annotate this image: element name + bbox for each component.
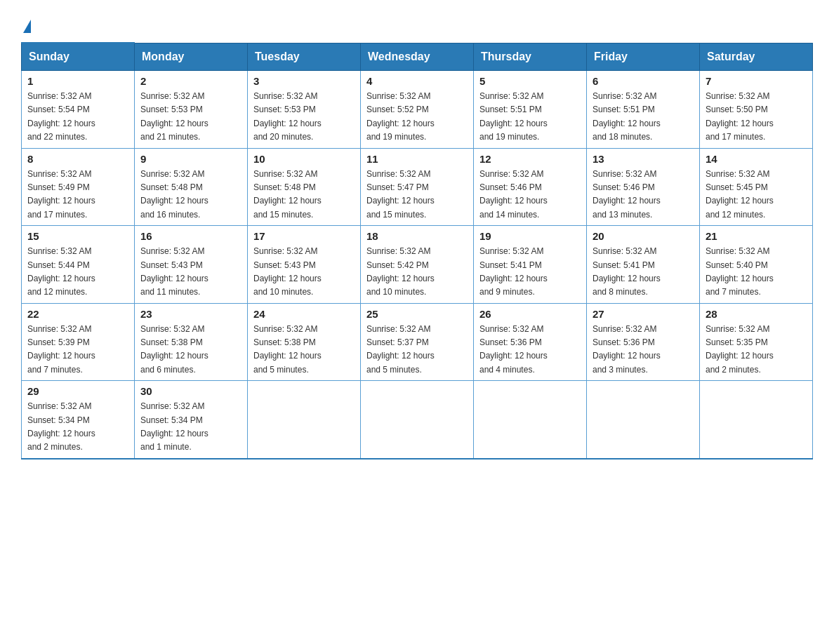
day-info: Sunrise: 5:32 AMSunset: 5:51 PMDaylight:… (593, 91, 661, 142)
day-number: 13 (593, 153, 694, 165)
day-number: 25 (366, 308, 468, 320)
day-info: Sunrise: 5:32 AMSunset: 5:38 PMDaylight:… (253, 324, 322, 375)
day-info: Sunrise: 5:32 AMSunset: 5:48 PMDaylight:… (253, 169, 322, 220)
calendar-day-cell: 23 Sunrise: 5:32 AMSunset: 5:38 PMDaylig… (135, 303, 248, 381)
day-number: 17 (253, 230, 355, 242)
calendar-week-row: 8 Sunrise: 5:32 AMSunset: 5:49 PMDayligh… (22, 148, 813, 226)
day-number: 11 (366, 153, 468, 165)
day-number: 8 (27, 153, 128, 165)
day-number: 14 (706, 153, 807, 165)
calendar-day-cell: 28 Sunrise: 5:32 AMSunset: 5:35 PMDaylig… (700, 303, 813, 381)
calendar-day-cell (361, 381, 474, 459)
day-info: Sunrise: 5:32 AMSunset: 5:37 PMDaylight:… (366, 324, 435, 375)
calendar-day-cell: 26 Sunrise: 5:32 AMSunset: 5:36 PMDaylig… (474, 303, 587, 381)
day-number: 30 (140, 385, 241, 397)
day-number: 15 (27, 230, 128, 242)
day-number: 21 (706, 230, 807, 242)
day-number: 26 (479, 308, 581, 320)
calendar-week-row: 22 Sunrise: 5:32 AMSunset: 5:39 PMDaylig… (22, 303, 813, 381)
day-info: Sunrise: 5:32 AMSunset: 5:53 PMDaylight:… (140, 91, 208, 142)
day-of-week-header: Saturday (700, 43, 813, 71)
calendar-day-cell: 7 Sunrise: 5:32 AMSunset: 5:50 PMDayligh… (700, 71, 813, 149)
logo-triangle-icon (23, 20, 31, 33)
calendar-day-cell: 1 Sunrise: 5:32 AMSunset: 5:54 PMDayligh… (22, 71, 135, 149)
calendar-day-cell (700, 381, 813, 459)
day-number: 16 (140, 230, 241, 242)
day-number: 29 (27, 385, 128, 397)
day-info: Sunrise: 5:32 AMSunset: 5:43 PMDaylight:… (140, 246, 208, 297)
calendar-day-cell: 8 Sunrise: 5:32 AMSunset: 5:49 PMDayligh… (22, 148, 135, 226)
calendar-day-cell: 11 Sunrise: 5:32 AMSunset: 5:47 PMDaylig… (361, 148, 474, 226)
day-number: 28 (706, 308, 807, 320)
calendar-day-cell: 5 Sunrise: 5:32 AMSunset: 5:51 PMDayligh… (474, 71, 587, 149)
day-info: Sunrise: 5:32 AMSunset: 5:38 PMDaylight:… (140, 324, 208, 375)
day-number: 22 (27, 308, 128, 320)
calendar-day-cell: 4 Sunrise: 5:32 AMSunset: 5:52 PMDayligh… (361, 71, 474, 149)
calendar-day-cell: 29 Sunrise: 5:32 AMSunset: 5:34 PMDaylig… (22, 381, 135, 459)
calendar-day-cell (587, 381, 700, 459)
day-of-week-header: Friday (587, 43, 700, 71)
day-number: 24 (253, 308, 355, 320)
calendar-day-cell: 14 Sunrise: 5:32 AMSunset: 5:45 PMDaylig… (700, 148, 813, 226)
calendar-day-cell (474, 381, 587, 459)
calendar-day-cell: 20 Sunrise: 5:32 AMSunset: 5:41 PMDaylig… (587, 226, 700, 304)
day-number: 10 (253, 153, 355, 165)
calendar-day-cell: 17 Sunrise: 5:32 AMSunset: 5:43 PMDaylig… (248, 226, 361, 304)
calendar-day-cell: 10 Sunrise: 5:32 AMSunset: 5:48 PMDaylig… (248, 148, 361, 226)
day-of-week-header: Wednesday (361, 43, 474, 71)
day-info: Sunrise: 5:32 AMSunset: 5:41 PMDaylight:… (479, 246, 548, 297)
logo (21, 14, 31, 35)
calendar-day-cell: 30 Sunrise: 5:32 AMSunset: 5:34 PMDaylig… (135, 381, 248, 459)
day-info: Sunrise: 5:32 AMSunset: 5:46 PMDaylight:… (479, 169, 548, 220)
day-number: 9 (140, 153, 241, 165)
day-of-week-header: Monday (135, 43, 248, 71)
day-of-week-header: Sunday (22, 43, 135, 71)
day-info: Sunrise: 5:32 AMSunset: 5:34 PMDaylight:… (27, 401, 95, 452)
day-number: 18 (366, 230, 468, 242)
day-info: Sunrise: 5:32 AMSunset: 5:46 PMDaylight:… (593, 169, 661, 220)
day-info: Sunrise: 5:32 AMSunset: 5:50 PMDaylight:… (706, 91, 774, 142)
day-number: 4 (366, 75, 468, 87)
day-info: Sunrise: 5:32 AMSunset: 5:45 PMDaylight:… (706, 169, 774, 220)
day-info: Sunrise: 5:32 AMSunset: 5:41 PMDaylight:… (593, 246, 661, 297)
calendar-day-cell: 3 Sunrise: 5:32 AMSunset: 5:53 PMDayligh… (248, 71, 361, 149)
day-number: 3 (253, 75, 355, 87)
day-number: 1 (27, 75, 128, 87)
day-number: 19 (479, 230, 581, 242)
calendar-day-cell: 25 Sunrise: 5:32 AMSunset: 5:37 PMDaylig… (361, 303, 474, 381)
calendar-day-cell: 27 Sunrise: 5:32 AMSunset: 5:36 PMDaylig… (587, 303, 700, 381)
calendar-day-cell: 15 Sunrise: 5:32 AMSunset: 5:44 PMDaylig… (22, 226, 135, 304)
day-info: Sunrise: 5:32 AMSunset: 5:35 PMDaylight:… (706, 324, 774, 375)
day-info: Sunrise: 5:32 AMSunset: 5:42 PMDaylight:… (366, 246, 435, 297)
day-info: Sunrise: 5:32 AMSunset: 5:39 PMDaylight:… (27, 324, 95, 375)
calendar-day-cell: 2 Sunrise: 5:32 AMSunset: 5:53 PMDayligh… (135, 71, 248, 149)
calendar-day-cell: 12 Sunrise: 5:32 AMSunset: 5:46 PMDaylig… (474, 148, 587, 226)
day-number: 23 (140, 308, 241, 320)
day-number: 2 (140, 75, 241, 87)
calendar-day-cell: 19 Sunrise: 5:32 AMSunset: 5:41 PMDaylig… (474, 226, 587, 304)
calendar-week-row: 15 Sunrise: 5:32 AMSunset: 5:44 PMDaylig… (22, 226, 813, 304)
day-info: Sunrise: 5:32 AMSunset: 5:36 PMDaylight:… (479, 324, 548, 375)
day-info: Sunrise: 5:32 AMSunset: 5:34 PMDaylight:… (140, 401, 208, 452)
day-info: Sunrise: 5:32 AMSunset: 5:43 PMDaylight:… (253, 246, 322, 297)
calendar-day-cell: 13 Sunrise: 5:32 AMSunset: 5:46 PMDaylig… (587, 148, 700, 226)
calendar-day-cell (248, 381, 361, 459)
calendar-day-cell: 24 Sunrise: 5:32 AMSunset: 5:38 PMDaylig… (248, 303, 361, 381)
day-info: Sunrise: 5:32 AMSunset: 5:52 PMDaylight:… (366, 91, 435, 142)
day-number: 27 (593, 308, 694, 320)
day-info: Sunrise: 5:32 AMSunset: 5:40 PMDaylight:… (706, 246, 774, 297)
day-info: Sunrise: 5:32 AMSunset: 5:47 PMDaylight:… (366, 169, 435, 220)
day-info: Sunrise: 5:32 AMSunset: 5:53 PMDaylight:… (253, 91, 322, 142)
day-number: 20 (593, 230, 694, 242)
calendar-day-cell: 21 Sunrise: 5:32 AMSunset: 5:40 PMDaylig… (700, 226, 813, 304)
calendar-week-row: 1 Sunrise: 5:32 AMSunset: 5:54 PMDayligh… (22, 71, 813, 149)
calendar-day-cell: 18 Sunrise: 5:32 AMSunset: 5:42 PMDaylig… (361, 226, 474, 304)
day-info: Sunrise: 5:32 AMSunset: 5:49 PMDaylight:… (27, 169, 95, 220)
day-of-week-header: Tuesday (248, 43, 361, 71)
calendar-day-cell: 22 Sunrise: 5:32 AMSunset: 5:39 PMDaylig… (22, 303, 135, 381)
day-info: Sunrise: 5:32 AMSunset: 5:54 PMDaylight:… (27, 91, 95, 142)
day-info: Sunrise: 5:32 AMSunset: 5:36 PMDaylight:… (593, 324, 661, 375)
day-number: 6 (593, 75, 694, 87)
calendar-day-cell: 9 Sunrise: 5:32 AMSunset: 5:48 PMDayligh… (135, 148, 248, 226)
day-of-week-header: Thursday (474, 43, 587, 71)
